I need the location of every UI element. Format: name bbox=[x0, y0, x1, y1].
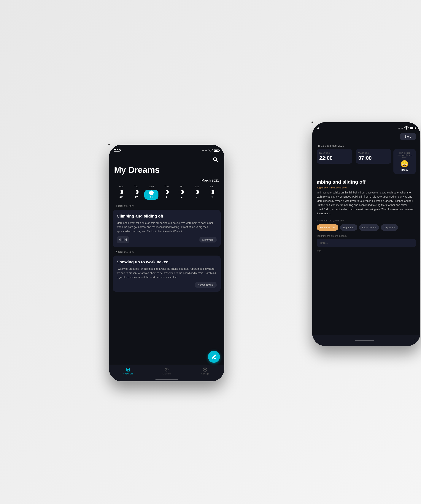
day-num-31: 31 bbox=[150, 196, 153, 199]
phone2-status-icons bbox=[398, 126, 415, 130]
moon-1 bbox=[164, 190, 169, 194]
moon-2 bbox=[180, 190, 184, 194]
phone1: 2:15 bbox=[109, 145, 224, 381]
phone2-wake-block: Wake time 07:00 bbox=[356, 149, 391, 164]
dream-card-2[interactable]: Showing up to work naked I was well prep… bbox=[113, 256, 221, 292]
calendar-month: March 2021 bbox=[114, 179, 219, 182]
section-moon-icon-1: ☽ bbox=[114, 204, 117, 208]
signal-dot-2 bbox=[399, 128, 400, 129]
phone1-battery-fill bbox=[215, 150, 218, 151]
phone2-status-time: 4 bbox=[317, 126, 319, 130]
phone2-wake-value[interactable]: 07:00 bbox=[358, 155, 389, 161]
dream-card-1-title: Climbing and sliding off bbox=[117, 214, 216, 219]
emotion-emoji[interactable]: 😄 bbox=[400, 160, 409, 168]
phone1-outer: 2:15 bbox=[108, 144, 110, 145]
sig-dot-2 bbox=[203, 150, 204, 151]
day-name-mon: Mon bbox=[114, 185, 128, 189]
dream-tag-normal: Normal Dream bbox=[195, 282, 216, 288]
cal-day-1[interactable]: 1 bbox=[160, 190, 174, 200]
phone2-wake-label: Wake time bbox=[358, 152, 389, 154]
more-options-icon[interactable]: ⋮ bbox=[413, 338, 416, 342]
sig-dot-3 bbox=[205, 150, 206, 151]
search-icon bbox=[213, 157, 218, 162]
day-num-3: 3 bbox=[196, 195, 198, 198]
phone2-toolbar: Save bbox=[312, 132, 420, 142]
phone2-dream-types: Normal Dream Nightmare Lucid Dream Daydr… bbox=[312, 224, 420, 231]
phone2-time-row: Sleep time 22:00 Wake time 07:00 bbox=[317, 149, 391, 164]
phone1-header bbox=[109, 154, 224, 165]
dream-type-daydream[interactable]: Daydream bbox=[381, 224, 398, 231]
cal-day-29[interactable]: 29 bbox=[114, 190, 128, 200]
phone2-meaning-input[interactable]: here... bbox=[317, 239, 416, 247]
search-button[interactable] bbox=[211, 156, 219, 163]
phone2-emotion-label: How did the dream make you feel? bbox=[396, 152, 413, 158]
wave-bar-6 bbox=[124, 239, 124, 241]
nav-item-statistics[interactable]: Statistics bbox=[147, 367, 186, 375]
cal-day-2[interactable]: 2 bbox=[175, 190, 189, 200]
wave-bar-2 bbox=[120, 238, 120, 241]
dream-type-lucid[interactable]: Lucid Dream bbox=[359, 224, 379, 231]
add-dream-fab[interactable] bbox=[208, 351, 220, 363]
day-name-fri: Fri bbox=[175, 185, 189, 189]
dream-type-nightmare[interactable]: Nightmare bbox=[340, 224, 357, 231]
signal-dot-3 bbox=[401, 128, 402, 129]
phone2-notch bbox=[351, 122, 381, 129]
dream-card-2-body: I was well prepared for this meeting. It… bbox=[117, 267, 216, 279]
phone1-screen: 2:15 bbox=[109, 145, 224, 381]
moon-4 bbox=[210, 190, 214, 194]
emotion-text: Happy bbox=[401, 168, 408, 171]
wave-bar-3 bbox=[121, 238, 121, 242]
day-name-thu: Thu bbox=[160, 185, 174, 189]
page-title: My Dreams bbox=[109, 165, 224, 175]
wave-bar-5 bbox=[123, 238, 123, 241]
fab-pen-icon bbox=[211, 354, 216, 359]
phone1-status-time: 2:15 bbox=[114, 149, 121, 152]
nav-statistics-icon bbox=[164, 367, 169, 372]
phone1-wifi-icon bbox=[208, 148, 213, 153]
phone2-battery-icon bbox=[410, 127, 415, 129]
cal-day-4[interactable]: 4 bbox=[205, 190, 219, 200]
cal-day-30[interactable]: 30 bbox=[129, 190, 143, 200]
phone2-date-section: Fri, 11 September 2020 Sleep time 22:00 … bbox=[312, 142, 420, 176]
calendar-grid: Mon Tue Wed Thu Fri Sat Sun 29 bbox=[114, 185, 219, 200]
wave-bar-4 bbox=[122, 239, 122, 241]
day-num-4: 4 bbox=[211, 195, 213, 198]
section-moon-icon-2: ☽ bbox=[114, 250, 117, 254]
day-num-30: 30 bbox=[135, 195, 138, 198]
wifi-icon bbox=[404, 126, 409, 130]
moon-30 bbox=[134, 190, 139, 194]
phone2-home-indicator bbox=[355, 340, 374, 341]
dream-type-normal[interactable]: Normal Dream bbox=[317, 224, 339, 231]
calendar-section: March 2021 Mon Tue Wed Thu Fri Sat Sun bbox=[109, 179, 224, 200]
audio-waveform[interactable] bbox=[117, 236, 129, 243]
dream-card-2-footer: Normal Dream bbox=[117, 282, 216, 288]
moon-3 bbox=[195, 190, 199, 194]
phone2-description-text[interactable]: and I went for a hike on this hill behin… bbox=[312, 191, 420, 216]
phone2-sleep-label: Sleep time bbox=[319, 152, 350, 154]
cal-day-3[interactable]: 3 bbox=[190, 190, 204, 200]
nav-item-dreams[interactable]: My Dreams bbox=[109, 367, 147, 375]
section-date-text-1: OCT 21, 2020 bbox=[118, 205, 134, 207]
dream-tag-nightmare: Nightmare bbox=[199, 237, 216, 242]
phone2-sleep-value[interactable]: 22:00 bbox=[319, 155, 350, 161]
phone1-signal bbox=[202, 150, 207, 151]
section-date-oct20: ☽ OCT 20, 2020 bbox=[113, 250, 221, 254]
wave-bar-7 bbox=[125, 238, 125, 241]
nav-label-dreams: My Dreams bbox=[123, 372, 133, 375]
svg-line-1 bbox=[216, 160, 217, 162]
cal-day-31[interactable]: 31 bbox=[144, 190, 158, 200]
phone2-description-label: happened? Write a description. bbox=[312, 186, 420, 189]
save-button[interactable]: Save bbox=[400, 133, 415, 140]
bottom-nav: My Dreams Statistics bbox=[109, 365, 224, 381]
svg-point-7 bbox=[205, 369, 205, 370]
dream-card-2-title: Showing up to work naked bbox=[117, 260, 216, 264]
nav-item-settings[interactable]: Settings bbox=[186, 367, 224, 375]
day-name-wed: Wed bbox=[144, 185, 158, 189]
signal-dot-4 bbox=[402, 128, 403, 129]
dream-card-1[interactable]: Climbing and sliding off Mark and I went… bbox=[113, 210, 221, 247]
phone2-dream-type-label: d of dream did you have? bbox=[312, 219, 420, 222]
sig-dot-1 bbox=[202, 150, 203, 151]
phone2-battery-fill bbox=[410, 127, 414, 129]
nav-label-settings: Settings bbox=[201, 372, 209, 375]
wave-bar-1 bbox=[119, 239, 120, 240]
